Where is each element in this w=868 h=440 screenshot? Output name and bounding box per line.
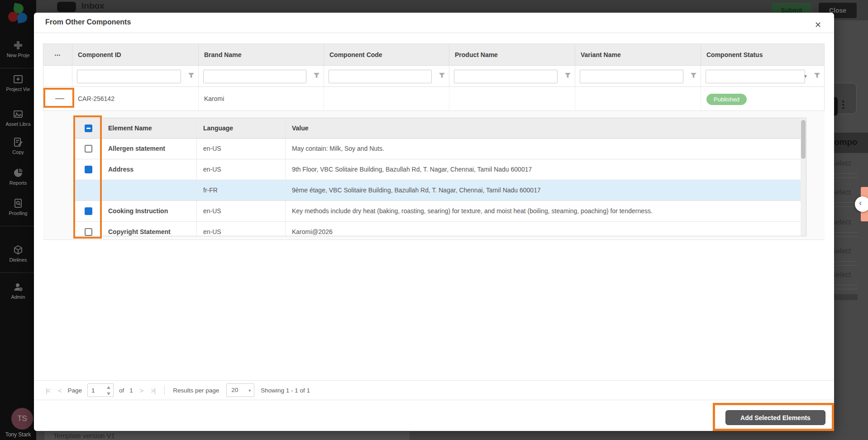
expander-cell[interactable] — [43, 87, 72, 110]
element-row[interactable]: Allergen statementen-USMay contain: Milk… — [75, 139, 806, 159]
subgrid-column-1: Language — [197, 118, 286, 138]
last-page-button[interactable]: >| — [151, 387, 155, 394]
select-all-checkbox[interactable] — [85, 124, 92, 132]
page-stepper[interactable] — [106, 385, 111, 396]
value-cell: Karomi@2026 — [286, 222, 806, 236]
app-logo-icon[interactable] — [7, 4, 29, 27]
copy-icon — [0, 137, 36, 148]
page-title: Inbox — [81, 1, 105, 11]
filter-input-1[interactable] — [203, 70, 306, 83]
filter-funnel-icon[interactable] — [439, 72, 445, 81]
divider — [164, 385, 165, 395]
collapse-row-icon[interactable] — [55, 98, 64, 99]
sidebar-item-copy[interactable]: Copy — [0, 137, 36, 155]
language-cell: fr-FR — [197, 180, 286, 201]
filter-funnel-icon[interactable] — [814, 72, 820, 81]
expanded-detail-panel: Element NameLanguageValue Allergen state… — [43, 111, 825, 240]
column-header-0: Component ID — [72, 44, 199, 65]
column-header-1: Brand Name — [199, 44, 324, 65]
row-checkbox[interactable] — [85, 166, 92, 173]
sidebar-item-proofing[interactable]: Proofing — [0, 198, 36, 216]
sidebar-item-label: Admin — [0, 294, 36, 300]
sidebar-item-dielines[interactable]: Dielines — [0, 244, 36, 263]
element-name-cell: Copyright Statement — [102, 222, 197, 236]
filter-input-0[interactable] — [77, 70, 181, 83]
filter-cell-empty — [43, 66, 72, 86]
column-menu-icon[interactable]: ⋯ — [43, 44, 72, 65]
element-row[interactable]: Addressen-US9th Floor, VBC Solitaire Bui… — [75, 159, 806, 180]
sidebar-item-admin[interactable]: Admin — [0, 282, 36, 300]
subgrid-header-row: Element NameLanguageValue — [75, 118, 806, 139]
element-row[interactable]: fr-FR9ème étage, VBC Solitaire Building,… — [75, 180, 806, 201]
status-cell: Published — [701, 87, 824, 110]
sidebar-item-asset-library[interactable]: Asset Libra — [0, 109, 36, 127]
sidebar-item-label: New Proje — [0, 53, 36, 58]
filter-cell-3 — [449, 66, 575, 86]
value-cell: May contain: Milk, Soy and Nuts. — [286, 139, 806, 159]
results-per-page-value: 20 — [231, 387, 238, 393]
results-per-page-label: Results per page — [173, 387, 219, 394]
filter-cell-5: ▼ — [701, 66, 824, 86]
add-selected-elements-button[interactable]: Add Selected Elements — [725, 410, 825, 425]
column-header-5: Component Status — [701, 44, 824, 65]
scrollbar-thumb[interactable] — [801, 120, 806, 159]
filter-input-3[interactable] — [454, 70, 558, 83]
row-checkbox[interactable] — [85, 207, 92, 215]
next-page-button[interactable]: > — [140, 387, 143, 394]
value-cell: Key methods include dry heat (baking, ro… — [286, 201, 806, 221]
kebab-menu-icon[interactable]: ⋮ — [839, 100, 848, 109]
filter-funnel-icon[interactable] — [313, 72, 320, 81]
grid-header-row: ⋯ Component IDBrand NameComponent CodePr… — [43, 44, 824, 66]
variant-name-cell — [575, 87, 701, 110]
elements-subgrid: Element NameLanguageValue Allergen state… — [75, 118, 806, 236]
language-cell: en-US — [197, 201, 286, 221]
showing-label: Showing 1 - 1 of 1 — [261, 387, 310, 394]
divider — [34, 33, 834, 33]
page-input[interactable] — [88, 384, 105, 397]
language-cell: en-US — [197, 159, 286, 180]
chevron-left-icon: ‹ — [859, 198, 862, 208]
checkbox-cell — [75, 159, 102, 180]
close-icon[interactable]: ✕ — [815, 20, 821, 30]
language-cell: en-US — [197, 222, 286, 236]
divider — [0, 273, 36, 273]
filter-input-4[interactable] — [580, 70, 683, 83]
status-filter-select[interactable] — [706, 70, 805, 83]
sidebar-item-label: Asset Libra — [0, 121, 36, 127]
sidebar-item-project-view[interactable]: Project Vie — [0, 74, 36, 92]
panel-collapse-button[interactable]: ‹ — [855, 196, 868, 212]
filter-funnel-icon[interactable] — [564, 72, 571, 81]
component-row[interactable]: CAR-256142 Karomi Published — [43, 87, 824, 111]
sidebar-item-new-project[interactable]: New Proje — [0, 40, 36, 58]
product-name-cell — [449, 87, 575, 110]
checkbox-cell — [75, 180, 102, 201]
filter-input-2[interactable] — [329, 70, 432, 83]
select-all-cell — [75, 118, 102, 138]
element-row[interactable]: Cooking Instructionen-USKey methods incl… — [75, 201, 806, 222]
filter-cell-4 — [575, 66, 701, 86]
page-label: Page — [67, 387, 82, 394]
results-per-page-select[interactable]: 20 ▾ — [226, 383, 254, 397]
row-checkbox[interactable] — [85, 145, 92, 153]
template-version-label: Template version V1 — [53, 432, 115, 440]
subgrid-scrollbar[interactable] — [801, 118, 806, 236]
element-row[interactable]: Copyright Statementen-USKaromi@2026 — [75, 222, 806, 236]
sidebar-item-reports[interactable]: Reports — [0, 167, 36, 186]
prev-page-button[interactable]: < — [58, 387, 61, 394]
checkbox-cell — [75, 201, 102, 221]
filter-funnel-icon[interactable] — [690, 72, 697, 81]
component-code-cell — [324, 87, 449, 110]
divider — [0, 226, 36, 226]
divider — [834, 232, 858, 233]
first-page-button[interactable]: |< — [46, 387, 50, 394]
plus-icon — [0, 40, 36, 51]
filter-funnel-icon[interactable] — [188, 72, 195, 81]
row-checkbox[interactable] — [85, 228, 92, 236]
filter-cell-2 — [324, 66, 449, 86]
avatar[interactable]: TS — [11, 408, 33, 430]
panel-header-text: ompo — [834, 137, 858, 147]
username: Tony Stark — [0, 431, 36, 438]
reports-icon — [0, 167, 36, 178]
asset-library-icon — [0, 109, 36, 120]
total-pages: 1 — [129, 387, 133, 394]
